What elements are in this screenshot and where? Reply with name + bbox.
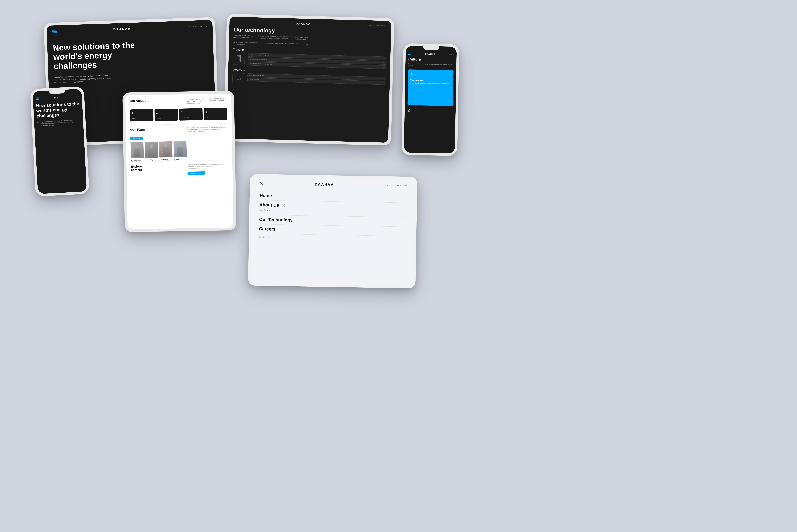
team-photo-3 <box>159 141 172 158</box>
nav-logo: DAANAA <box>315 182 334 187</box>
culture-signup[interactable]: SIGN UP <box>449 54 454 55</box>
tech-desc: Daanaa improves data and energy transfer… <box>233 35 309 40</box>
svg-rect-1 <box>237 79 240 79</box>
team-photo-placeholder-2 <box>145 142 158 158</box>
mobile-logo: DVA <box>54 96 59 99</box>
mobile-title: New solutions to the world's energy chal… <box>36 101 80 118</box>
hero-title: New solutions to the world's energy chal… <box>53 40 146 71</box>
coil-icon <box>237 55 241 62</box>
tech-transfer-icon <box>233 53 245 65</box>
hamburger-icon[interactable] <box>52 30 57 33</box>
value-label-2: Hunger <box>156 117 176 119</box>
mobile-hamburger-icon[interactable] <box>36 98 39 100</box>
team-member-4: Lili Simin CBO <box>174 159 187 161</box>
phone-mobile: DVA SIGN UP New solutions to the world's… <box>30 86 90 196</box>
our-team-section: Our Team Daanaa is made up of expert eng… <box>130 126 228 162</box>
careers-section: ExploreCareers We're always looking for … <box>131 163 228 176</box>
nav-cta[interactable]: SIGN UP FOR UPDATES <box>385 185 407 187</box>
figure-2 <box>149 147 155 157</box>
tech-nav: DAANAA SIGN UP FOR UPDATES <box>234 20 387 27</box>
tablet-tech: DAANAA SIGN UP FOR UPDATES Our technolog… <box>224 14 394 146</box>
culture-desc: Our team is united by a clear vision of … <box>408 63 454 67</box>
meet-team-button[interactable]: Meet our team <box>130 137 143 140</box>
culture-card-num: 1 <box>411 72 451 78</box>
team-member-3: Alexandra Ajallis Product Manager Specia… <box>159 159 173 162</box>
values-screen: Our Values We're inspired by the promise… <box>125 93 233 229</box>
tech-transfer-section: Transfer WIRE ENERGY WITH + WITHOUT WIRE… <box>233 48 386 70</box>
nav-link-about[interactable]: About Us – <box>260 203 285 208</box>
tech-transfer-dropdowns: WIRE ENERGY WITH + WITHOUT WIRES SEND TY… <box>248 53 386 70</box>
our-values-section: Our Values We're inspired by the promise… <box>130 98 227 121</box>
close-icon[interactable] <box>260 182 263 185</box>
nav-item-about: About Us – Our Team <box>259 201 407 217</box>
tech-screen: DAANAA SIGN UP FOR UPDATES Our technolog… <box>226 17 391 142</box>
culture-screen: DAANAA SIGN UP Culture Our team is unite… <box>404 46 457 153</box>
hero-signup[interactable]: SIGN UP FOR UPDATES <box>187 25 207 27</box>
culture-card-text: We live by our values and foster an envi… <box>410 82 451 87</box>
value-num-1: 1 <box>132 111 152 115</box>
tech-untethered-dropdowns: NO BOUNDS OF FREEDOM DIRECT TRANSFER THR… <box>247 73 385 86</box>
tech-untethered-section: Untethered NO BOUNDS OF FREEDOM DIRECT T… <box>232 68 385 89</box>
value-label-1: Curiosity <box>132 118 152 119</box>
nav-contact[interactable]: CONTACT US <box>259 236 406 241</box>
expand-icon[interactable]: – <box>282 204 285 207</box>
mobile-subtitle: Daanaa's proprietary chip-based technolo… <box>37 119 81 127</box>
tech-desc-2: Our proprietary IP and technology is mad… <box>233 41 309 47</box>
tech-signup[interactable]: SIGN UP FOR UPDATES <box>369 25 387 26</box>
figure-3 <box>163 147 169 157</box>
nav-screen: DAANAA SIGN UP FOR UPDATES Home About Us… <box>251 177 414 286</box>
tech-untethered-content: NO BOUNDS OF FREEDOM DIRECT TRANSFER THR… <box>232 73 385 89</box>
nav-link-home[interactable]: Home <box>260 193 272 198</box>
value-card-4: 4 Trust <box>204 108 227 120</box>
values-cards-grid: 1 Curiosity 2 Hunger 3 Accountability 4 … <box>130 108 227 121</box>
culture-card-1: 1 Values-Driven We live by our values an… <box>407 69 454 106</box>
hero-subtitle: Daanaa's proprietary chip-based technolo… <box>54 74 118 84</box>
culture-num-2: 2 <box>407 108 453 114</box>
team-labels-row: Javid Shorabzadeh Product Manager & Foun… <box>131 158 228 162</box>
team-desc: Daanaa is made up of expert engineers an… <box>188 126 227 132</box>
figure-1 <box>134 147 140 157</box>
tech-logo: DAANAA <box>296 22 311 25</box>
value-card-2: 2 Hunger <box>154 109 178 121</box>
team-photo-2 <box>145 142 158 158</box>
team-photo-4 <box>173 141 187 157</box>
untethered-svg <box>234 75 242 83</box>
value-num-4: 4 <box>205 110 226 113</box>
careers-desc: We're always looking for people who are … <box>188 163 228 169</box>
careers-title: ExploreCareers <box>131 165 142 172</box>
svg-rect-0 <box>236 78 241 80</box>
nav-link-technology[interactable]: Our Technology <box>259 217 292 223</box>
culture-card-title: Values-Driven <box>411 79 451 82</box>
careers-button[interactable]: See Working Positions <box>188 171 205 175</box>
value-num-2: 2 <box>156 111 176 114</box>
hero-nav: DAANAA SIGN UP FOR UPDATES <box>52 24 207 34</box>
value-label-4: Trust <box>205 116 226 118</box>
culture-hamburger-icon[interactable] <box>409 53 411 55</box>
values-desc: We're inspired by the promise we seek wi… <box>187 98 227 104</box>
team-photo-placeholder-1 <box>130 142 144 158</box>
value-card-1: 1 Curiosity <box>130 109 153 121</box>
mobile-screen: DVA SIGN UP New solutions to the world's… <box>33 89 87 194</box>
nav-link-careers[interactable]: Careers <box>259 226 276 231</box>
team-photo-placeholder-3 <box>159 141 172 158</box>
phone-notch <box>423 46 439 50</box>
team-title: Our Team <box>130 128 145 132</box>
team-member-1: Javid Shorabzadeh Product Manager & Foun… <box>131 159 144 162</box>
culture-title: Culture <box>408 57 454 62</box>
team-photo-placeholder-4 <box>173 141 187 157</box>
nav-menu: Home About Us – Our Team Our Technology … <box>259 191 407 236</box>
tech-untethered-icon <box>232 73 245 85</box>
culture-logo: DAANAA <box>424 53 436 55</box>
value-num-3: 3 <box>181 110 201 114</box>
tech-hamburger-icon[interactable] <box>234 21 237 23</box>
values-title: Our Values <box>130 99 147 103</box>
team-photos-row <box>130 140 228 158</box>
nav-top-bar: DAANAA SIGN UP FOR UPDATES <box>260 181 407 188</box>
nav-sub-our-team[interactable]: Our Team <box>260 208 407 215</box>
value-card-3: 3 Accountability <box>179 108 203 120</box>
mobile-signup[interactable]: SIGN UP <box>74 96 79 97</box>
team-photo-1 <box>130 142 144 158</box>
phone-culture: DAANAA SIGN UP Culture Our team is unite… <box>401 43 459 156</box>
divider-1 <box>130 124 227 125</box>
value-label-3: Accountability <box>181 117 201 118</box>
